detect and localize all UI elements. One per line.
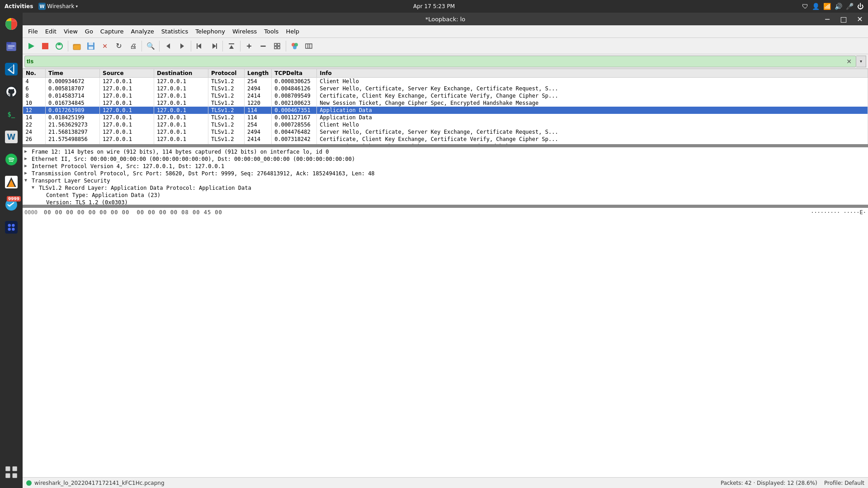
maximize-button[interactable]: □: [835, 13, 852, 25]
detail-expand-icon[interactable]: ▶: [24, 149, 30, 154]
wireshark-taskbar[interactable]: W Wireshark ▾: [38, 3, 78, 10]
menu-analyze[interactable]: Analyze: [127, 27, 158, 36]
table-row[interactable]: 2421.568138297127.0.0.1127.0.0.1TLSv1.22…: [23, 128, 868, 136]
close-button[interactable]: ✕: [852, 13, 868, 25]
toolbar-stop[interactable]: [38, 40, 52, 52]
menu-tools[interactable]: Tools: [260, 27, 282, 36]
menu-wireless[interactable]: Wireless: [229, 27, 260, 36]
table-row[interactable]: 60.005818707127.0.0.1127.0.0.1TLSv1.2249…: [23, 85, 868, 92]
col-header-time: Time: [46, 69, 100, 78]
detail-line[interactable]: Version: TLS 1.2 (0x0303): [24, 199, 866, 206]
detail-line[interactable]: ▶Transmission Control Protocol, Src Port…: [24, 170, 866, 177]
detail-expand-icon[interactable]: ▼: [32, 185, 37, 190]
table-cell: TLSv1.2: [208, 143, 245, 144]
hex-dump[interactable]: 0000 00 00 00 00 00 00 00 00 00 00 00 00…: [23, 208, 868, 477]
sidebar-item-wireshark[interactable]: W: [0, 126, 23, 148]
table-row[interactable]: 100.016734845127.0.0.1127.0.0.1TLSv1.212…: [23, 99, 868, 107]
detail-line[interactable]: Content Type: Application Data (23): [24, 192, 866, 199]
svg-rect-8: [5, 63, 18, 75]
table-cell: 0.005818707: [46, 85, 100, 92]
table-cell: 127.0.0.1: [154, 143, 208, 144]
sidebar-item-terminal[interactable]: $_: [0, 103, 23, 126]
table-row[interactable]: 120.017263989127.0.0.1127.0.0.1TLSv1.211…: [23, 107, 868, 114]
toolbar-find[interactable]: 🔍: [144, 40, 157, 52]
toolbar-zoom-in[interactable]: +: [242, 40, 256, 52]
table-cell: 0.000830625: [272, 78, 317, 85]
menu-statistics[interactable]: Statistics: [158, 27, 192, 36]
filter-clear-button[interactable]: ✕: [844, 56, 854, 66]
svg-point-20: [8, 228, 10, 230]
sidebar-item-telegram[interactable]: 9999: [0, 193, 23, 216]
filter-input[interactable]: [27, 58, 844, 65]
col-header-info: Info: [317, 69, 868, 78]
toolbar-resize-cols[interactable]: [302, 40, 316, 52]
status-filename: wireshark_lo_20220417172141_kFC1Hc.pcapn…: [34, 480, 165, 486]
sidebar-item-vscode[interactable]: [0, 58, 23, 80]
svg-rect-32: [89, 42, 93, 45]
table-cell: 0.007318242: [272, 136, 317, 143]
menu-file[interactable]: File: [24, 27, 42, 36]
packet-detail[interactable]: ▶Frame 12: 114 bytes on wire (912 bits),…: [23, 147, 868, 206]
svg-marker-41: [229, 45, 234, 49]
table-row[interactable]: 80.014583714127.0.0.1127.0.0.1TLSv1.2241…: [23, 92, 868, 99]
menu-edit[interactable]: Edit: [42, 27, 60, 36]
detail-expand-icon[interactable]: ▼: [24, 178, 30, 183]
filter-dropdown[interactable]: ▾: [856, 56, 866, 67]
detail-expand-icon[interactable]: ▶: [24, 163, 30, 168]
svg-rect-44: [274, 47, 277, 49]
toolbar-first[interactable]: [193, 40, 207, 52]
table-row[interactable]: 2621.575498856127.0.0.1127.0.0.1TLSv1.22…: [23, 136, 868, 143]
os-top-bar: Activities W Wireshark ▾ Apr 17 5:23 PM …: [0, 0, 868, 13]
packet-list-scroll[interactable]: No. Time Source Destination Protocol Len…: [23, 69, 868, 144]
toolbar-close[interactable]: ✕: [98, 40, 112, 52]
sidebar-item-files[interactable]: [0, 35, 23, 58]
toolbar-sep-6: [240, 41, 241, 52]
detail-line[interactable]: ▶Frame 12: 114 bytes on wire (912 bits),…: [24, 148, 866, 155]
os-top-bar-left: Activities W Wireshark ▾: [5, 3, 78, 10]
toolbar-prev[interactable]: [161, 40, 175, 52]
packet-list[interactable]: No. Time Source Destination Protocol Len…: [23, 69, 868, 145]
detail-line[interactable]: ▶Internet Protocol Version 4, Src: 127.0…: [24, 163, 866, 170]
table-cell: TLSv1.2: [208, 107, 245, 114]
menu-help[interactable]: Help: [282, 27, 303, 36]
table-cell: TLSv1.2: [208, 99, 245, 107]
toolbar-last[interactable]: [207, 40, 221, 52]
toolbar-colorize[interactable]: [288, 40, 302, 52]
app-container: Activities W Wireshark ▾ Apr 17 5:23 PM …: [0, 0, 868, 488]
toolbar-reload[interactable]: ↻: [112, 40, 126, 52]
toolbar-zoom-out[interactable]: −: [256, 40, 270, 52]
table-row[interactable]: 140.018425199127.0.0.1127.0.0.1TLSv1.211…: [23, 114, 868, 121]
toolbar-autoscroll[interactable]: [225, 40, 238, 52]
sidebar-item-tailscale[interactable]: [0, 216, 23, 239]
table-row[interactable]: 40.000934672127.0.0.1127.0.0.1TLSv1.2254…: [23, 78, 868, 85]
sidebar-item-inkscape[interactable]: [0, 171, 23, 193]
menu-telephony[interactable]: Telephony: [192, 27, 229, 36]
menu-capture[interactable]: Capture: [97, 27, 127, 36]
table-cell: 127.0.0.1: [154, 107, 208, 114]
table-row[interactable]: 2221.563629273127.0.0.1127.0.0.1TLSv1.22…: [23, 121, 868, 128]
toolbar-print[interactable]: 🖨: [126, 40, 140, 52]
sidebar-item-github[interactable]: [0, 80, 23, 103]
detail-line[interactable]: ▶Ethernet II, Src: 00:00:00_00:00:00 (00…: [24, 155, 866, 163]
toolbar-restart[interactable]: [52, 40, 66, 52]
detail-expand-icon[interactable]: ▶: [24, 156, 30, 161]
detail-line[interactable]: ▼TLSv1.2 Record Layer: Application Data …: [24, 184, 866, 192]
toolbar-next[interactable]: [175, 40, 189, 52]
toolbar-normal-size[interactable]: [270, 40, 284, 52]
menu-view[interactable]: View: [60, 27, 81, 36]
detail-line[interactable]: ▼Transport Layer Security: [24, 177, 866, 184]
menu-go[interactable]: Go: [81, 27, 97, 36]
toolbar-open[interactable]: [70, 40, 84, 52]
sidebar-item-spotify[interactable]: [0, 148, 23, 171]
table-row[interactable]: 2821.577953255127.0.0.1127.0.0.1TLSv1.21…: [23, 143, 868, 144]
power-icon: ⏻: [857, 3, 863, 10]
sidebar-item-apps[interactable]: [0, 461, 23, 483]
minimize-button[interactable]: −: [819, 13, 835, 25]
detail-expand-icon[interactable]: ▶: [24, 170, 30, 175]
sidebar-item-chrome[interactable]: [0, 13, 23, 35]
activities-button[interactable]: Activities: [5, 3, 33, 9]
toolbar-start[interactable]: [24, 40, 38, 52]
wireshark-window: *Loopback: lo − □ ✕ File Edit View Go Ca…: [23, 13, 868, 488]
table-cell: 127.0.0.1: [100, 128, 154, 136]
toolbar-save[interactable]: [84, 40, 98, 52]
